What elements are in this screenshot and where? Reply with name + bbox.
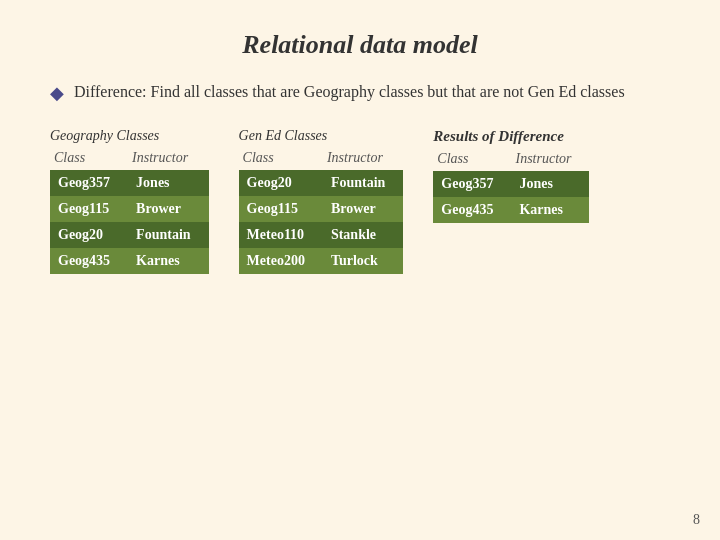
gened-table-section: Gen Ed Classes Class Instructor Geog20 F… xyxy=(239,128,404,274)
gened-class-1: Geog20 xyxy=(239,170,323,196)
geography-table: Class Instructor Geog357 Jones Geog115 B… xyxy=(50,148,209,274)
result-class-1: Geog357 xyxy=(433,171,511,197)
geo-class-2: Geog115 xyxy=(50,196,128,222)
geo-class-3: Geog20 xyxy=(50,222,128,248)
geo-instructor-4: Karnes xyxy=(128,248,208,274)
results-col-class: Class xyxy=(433,149,511,171)
geography-col-instructor: Instructor xyxy=(128,148,208,170)
gened-header-row: Class Instructor xyxy=(239,148,404,170)
table-row: Geog115 Brower xyxy=(50,196,209,222)
gened-table: Class Instructor Geog20 Fountain Geog115… xyxy=(239,148,404,274)
geo-class-1: Geog357 xyxy=(50,170,128,196)
page-title: Relational data model xyxy=(40,30,680,60)
table-row: Meteo110 Stankle xyxy=(239,222,404,248)
table-row: Geog20 Fountain xyxy=(50,222,209,248)
table-row: Geog115 Brower xyxy=(239,196,404,222)
page: Relational data model ◆ Difference: Find… xyxy=(0,0,720,540)
bullet-icon: ◆ xyxy=(50,82,64,104)
results-col-instructor: Instructor xyxy=(511,149,589,171)
gened-instructor-2: Brower xyxy=(323,196,403,222)
gened-table-title: Gen Ed Classes xyxy=(239,128,404,144)
results-header-row: Class Instructor xyxy=(433,149,589,171)
table-row: Geog435 Karnes xyxy=(50,248,209,274)
gened-class-4: Meteo200 xyxy=(239,248,323,274)
gened-class-3: Meteo110 xyxy=(239,222,323,248)
tables-container: Geography Classes Class Instructor Geog3… xyxy=(40,128,680,274)
results-table: Class Instructor Geog357 Jones Geog435 K… xyxy=(433,149,589,223)
bullet-section: ◆ Difference: Find all classes that are … xyxy=(40,80,680,104)
gened-instructor-4: Turlock xyxy=(323,248,403,274)
geography-table-section: Geography Classes Class Instructor Geog3… xyxy=(50,128,209,274)
geo-instructor-3: Fountain xyxy=(128,222,208,248)
result-class-2: Geog435 xyxy=(433,197,511,223)
gened-class-2: Geog115 xyxy=(239,196,323,222)
table-row: Meteo200 Turlock xyxy=(239,248,404,274)
table-row: Geog357 Jones xyxy=(50,170,209,196)
table-row: Geog435 Karnes xyxy=(433,197,589,223)
gened-col-class: Class xyxy=(239,148,323,170)
table-row: Geog20 Fountain xyxy=(239,170,404,196)
geography-col-class: Class xyxy=(50,148,128,170)
geo-instructor-2: Brower xyxy=(128,196,208,222)
bullet-text: Difference: Find all classes that are Ge… xyxy=(74,80,625,104)
geo-class-4: Geog435 xyxy=(50,248,128,274)
table-row: Geog357 Jones xyxy=(433,171,589,197)
gened-instructor-3: Stankle xyxy=(323,222,403,248)
results-table-title: Results of Difference xyxy=(433,128,589,145)
geo-instructor-1: Jones xyxy=(128,170,208,196)
page-number: 8 xyxy=(693,512,700,528)
geography-table-title: Geography Classes xyxy=(50,128,209,144)
results-table-section: Results of Difference Class Instructor G… xyxy=(433,128,589,274)
geography-header-row: Class Instructor xyxy=(50,148,209,170)
result-instructor-2: Karnes xyxy=(511,197,589,223)
gened-instructor-1: Fountain xyxy=(323,170,403,196)
gened-col-instructor: Instructor xyxy=(323,148,403,170)
result-instructor-1: Jones xyxy=(511,171,589,197)
